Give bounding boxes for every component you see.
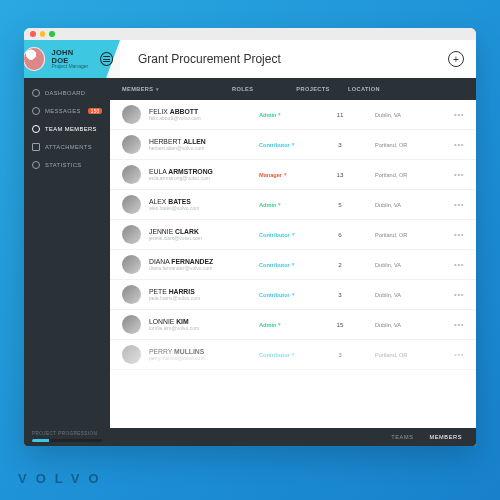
table-row[interactable]: LONNIE KIMlonnie.kim@volvo.comAdmin ▾15D…	[110, 310, 476, 340]
chevron-down-icon: ▾	[292, 142, 295, 147]
sidebar-item-dashboard[interactable]: DASHBOARD	[24, 84, 110, 102]
projects-count: 6	[313, 231, 367, 238]
avatar	[122, 195, 141, 214]
avatar	[122, 225, 141, 244]
attachment-icon	[32, 143, 40, 151]
avatar	[24, 47, 45, 71]
location: Dublin, VA	[367, 292, 450, 298]
user-role: Project Manager	[51, 64, 90, 69]
role-select[interactable]: Admin ▾	[259, 322, 313, 328]
more-icon[interactable]: •••	[450, 230, 464, 239]
table-body: FELIX ABBOTTfelix.abbott@volvo.comAdmin …	[110, 100, 476, 428]
role-select[interactable]: Contributor ▾	[259, 232, 313, 238]
member-name-cell: FELIX ABBOTTfelix.abbott@volvo.com	[149, 108, 259, 121]
user-name: JOHN DOE	[51, 49, 90, 64]
member-name-cell: ALEX BATESalex.bates@volvo.com	[149, 198, 259, 211]
page-title: Grant Procurement Project	[138, 52, 281, 66]
sidebar-item-label: ATTACHMENTS	[45, 144, 92, 150]
table-row[interactable]: DIANA FERNANDEZdiana.fernandez@volvo.com…	[110, 250, 476, 280]
location: Portland, OR	[367, 172, 450, 178]
more-icon[interactable]: •••	[450, 260, 464, 269]
table-row[interactable]: EULA ARMSTRONGeula.armstrong@volvo.comMa…	[110, 160, 476, 190]
more-icon[interactable]: •••	[450, 320, 464, 329]
sidebar-item-team-members[interactable]: TEAM MEMBERS	[24, 120, 110, 138]
more-icon[interactable]: •••	[450, 290, 464, 299]
location: Dublin, VA	[367, 322, 450, 328]
role-select[interactable]: Contributor ▾	[259, 352, 313, 358]
chevron-down-icon: ▾	[292, 352, 295, 357]
avatar	[122, 255, 141, 274]
bottom-tabs: TEAMS MEMBERS	[110, 428, 476, 446]
menu-icon[interactable]	[100, 52, 113, 66]
sidebar: DASHBOARD MESSAGES 150 TEAM MEMBERS ATTA…	[24, 78, 110, 446]
member-name-cell: PETE HARRISpete.harris@volvo.com	[149, 288, 259, 301]
maximize-icon[interactable]	[49, 31, 55, 37]
chart-icon	[32, 161, 40, 169]
minimize-icon[interactable]	[40, 31, 46, 37]
role-select[interactable]: Admin ▾	[259, 112, 313, 118]
sidebar-item-label: MESSAGES	[45, 108, 81, 114]
table-row[interactable]: PERRY MULLINSperry.mullins@volvo.comCont…	[110, 340, 476, 370]
more-icon[interactable]: •••	[450, 110, 464, 119]
table-row[interactable]: ALEX BATESalex.bates@volvo.comAdmin ▾5Du…	[110, 190, 476, 220]
more-icon[interactable]: •••	[450, 350, 464, 359]
profile-block[interactable]: JOHN DOE Project Manager	[24, 40, 120, 78]
topbar: Grant Procurement Project +	[120, 40, 476, 78]
sidebar-item-label: TEAM MEMBERS	[45, 126, 97, 132]
message-icon	[32, 107, 40, 115]
location: Dublin, VA	[367, 112, 450, 118]
location: Portland, OR	[367, 352, 450, 358]
avatar	[122, 285, 141, 304]
header-location[interactable]: LOCATION	[340, 86, 450, 92]
projects-count: 13	[313, 171, 367, 178]
table-row[interactable]: FELIX ABBOTTfelix.abbott@volvo.comAdmin …	[110, 100, 476, 130]
progress-label: PROJECT PROGRESSION	[32, 431, 102, 436]
header-members[interactable]: MEMBERS▾	[122, 86, 232, 92]
more-icon[interactable]: •••	[450, 170, 464, 179]
more-icon[interactable]: •••	[450, 200, 464, 209]
sidebar-item-attachments[interactable]: ATTACHMENTS	[24, 138, 110, 156]
sidebar-item-label: STATISTICS	[45, 162, 82, 168]
header: JOHN DOE Project Manager Grant Procureme…	[24, 40, 476, 78]
chevron-down-icon: ▾	[284, 172, 287, 177]
member-name-cell: JENNIE CLARKjennie.clark@volvo.com	[149, 228, 259, 241]
window-titlebar	[24, 28, 476, 40]
projects-count: 5	[313, 201, 367, 208]
member-name-cell: EULA ARMSTRONGeula.armstrong@volvo.com	[149, 168, 259, 181]
role-select[interactable]: Manager ▾	[259, 172, 313, 178]
projects-count: 15	[313, 321, 367, 328]
sidebar-item-statistics[interactable]: STATISTICS	[24, 156, 110, 174]
member-name-cell: HERBERT ALLENherbert.allen@volvo.com	[149, 138, 259, 151]
projects-count: 11	[313, 111, 367, 118]
sidebar-footer: PROJECT PROGRESSION	[24, 426, 110, 446]
chevron-down-icon: ▾	[156, 86, 159, 92]
messages-badge: 150	[88, 108, 102, 114]
progress-bar	[32, 439, 102, 442]
brand-watermark: VOLVO	[18, 471, 108, 486]
header-roles[interactable]: ROLES	[232, 86, 286, 92]
location: Portland, OR	[367, 232, 450, 238]
header-projects[interactable]: PROJECTS	[286, 86, 340, 92]
chevron-down-icon: ▾	[278, 202, 281, 207]
role-select[interactable]: Contributor ▾	[259, 142, 313, 148]
table-row[interactable]: PETE HARRISpete.harris@volvo.comContribu…	[110, 280, 476, 310]
tab-teams[interactable]: TEAMS	[391, 434, 413, 440]
location: Portland, OR	[367, 142, 450, 148]
close-icon[interactable]	[30, 31, 36, 37]
person-icon	[32, 125, 40, 133]
tab-members[interactable]: MEMBERS	[430, 434, 462, 440]
chevron-down-icon: ▾	[278, 322, 281, 327]
more-icon[interactable]: •••	[450, 140, 464, 149]
app-window: JOHN DOE Project Manager Grant Procureme…	[24, 28, 476, 446]
role-select[interactable]: Contributor ▾	[259, 292, 313, 298]
add-button[interactable]: +	[448, 51, 464, 67]
sidebar-item-messages[interactable]: MESSAGES 150	[24, 102, 110, 120]
table-row[interactable]: JENNIE CLARKjennie.clark@volvo.comContri…	[110, 220, 476, 250]
main-panel: MEMBERS▾ ROLES PROJECTS LOCATION FELIX A…	[110, 78, 476, 446]
table-row[interactable]: HERBERT ALLENherbert.allen@volvo.comCont…	[110, 130, 476, 160]
role-select[interactable]: Admin ▾	[259, 202, 313, 208]
member-name-cell: DIANA FERNANDEZdiana.fernandez@volvo.com	[149, 258, 259, 271]
location: Dublin, VA	[367, 202, 450, 208]
gauge-icon	[32, 89, 40, 97]
role-select[interactable]: Contributor ▾	[259, 262, 313, 268]
